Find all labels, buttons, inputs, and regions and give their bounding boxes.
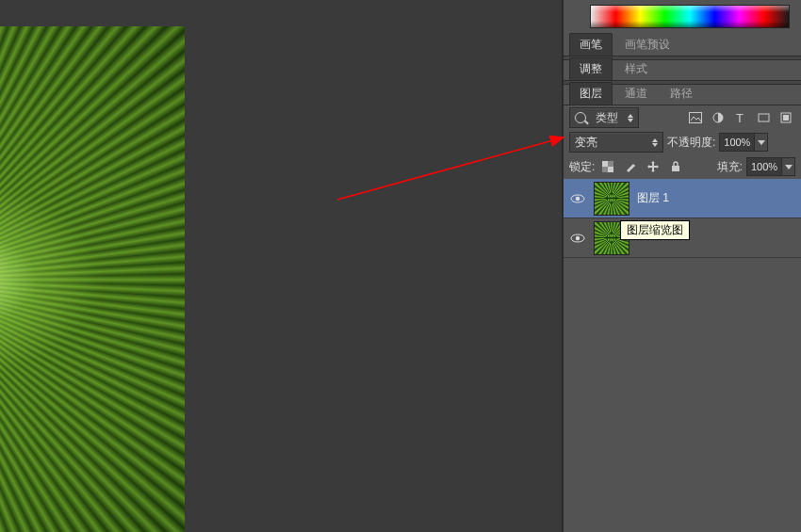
tab-paths[interactable]: 路径 — [660, 82, 703, 105]
tab-brush-presets[interactable]: 画笔预设 — [614, 33, 680, 56]
fill-label: 填充: — [717, 159, 743, 175]
document-canvas[interactable] — [0, 26, 185, 532]
fill-stepper[interactable] — [782, 157, 795, 176]
tab-brush[interactable]: 画笔 — [569, 33, 613, 56]
lock-row: 锁定: 填充: — [564, 154, 801, 179]
svg-rect-10 — [672, 166, 679, 171]
brush-tabbar: 画笔 画笔预设 — [564, 36, 801, 56]
updown-icon — [652, 138, 658, 147]
tab-channels[interactable]: 通道 — [614, 82, 658, 105]
layer-filter-select[interactable]: 类型 — [569, 107, 639, 128]
layer-row[interactable]: 图层缩览图 — [564, 218, 801, 258]
thumbnail-tooltip: 图层缩览图 — [620, 220, 690, 240]
lock-all-icon[interactable] — [666, 157, 685, 176]
adjust-tabbar: 调整 样式 — [564, 60, 801, 81]
filter-shape-icon[interactable] — [754, 108, 773, 127]
layer-thumbnail[interactable] — [594, 182, 629, 216]
lock-brush-icon[interactable] — [621, 157, 640, 176]
visibility-toggle[interactable] — [569, 230, 586, 247]
opacity-stepper[interactable] — [755, 133, 768, 152]
search-icon — [575, 112, 586, 123]
svg-rect-5 — [783, 115, 789, 121]
svg-rect-7 — [608, 167, 613, 172]
opacity-label: 不透明度: — [667, 135, 715, 151]
lock-pixels-icon[interactable] — [598, 157, 617, 176]
svg-rect-8 — [608, 161, 613, 167]
layer-filter-label: 类型 — [596, 110, 618, 126]
tab-layers[interactable]: 图层 — [569, 82, 613, 105]
layer-name: 图层 1 — [637, 190, 669, 206]
eye-icon — [570, 194, 585, 203]
visibility-toggle[interactable] — [569, 190, 586, 207]
annotation-arrow — [330, 132, 575, 207]
tab-styles[interactable]: 样式 — [614, 57, 658, 80]
svg-text:T: T — [736, 112, 744, 123]
svg-rect-9 — [602, 167, 608, 172]
filter-smart-icon[interactable] — [776, 108, 795, 127]
svg-point-14 — [576, 235, 580, 239]
fill-field[interactable] — [746, 157, 795, 176]
svg-rect-3 — [759, 114, 769, 121]
opacity-field[interactable] — [719, 133, 768, 152]
fill-input[interactable] — [746, 157, 782, 176]
color-spectrum[interactable] — [590, 5, 790, 28]
tab-adjust[interactable]: 调整 — [569, 57, 613, 80]
layers-list: 图层 1 图层缩览图 — [564, 179, 801, 258]
blend-mode-value: 变亮 — [575, 135, 597, 151]
opacity-input[interactable] — [719, 133, 755, 152]
blend-row: 变亮 不透明度: — [564, 130, 801, 154]
layers-tabbar: 图层 通道 路径 — [564, 85, 801, 105]
right-panels: 画笔 画笔预设 调整 样式 图层 通道 路径 类型 T 变亮 不透明度: — [563, 0, 801, 532]
filter-adjust-icon[interactable] — [709, 108, 727, 127]
layer-filter-row: 类型 T — [564, 105, 801, 130]
lock-move-icon[interactable] — [644, 157, 662, 176]
svg-rect-0 — [690, 113, 702, 123]
updown-icon — [628, 114, 633, 122]
svg-rect-6 — [602, 161, 608, 167]
eye-icon — [570, 234, 585, 243]
lock-label: 锁定: — [569, 159, 595, 175]
layer-row[interactable]: 图层 1 — [564, 179, 801, 218]
blend-mode-select[interactable]: 变亮 — [569, 132, 663, 153]
svg-line-16 — [337, 137, 564, 200]
filter-image-icon[interactable] — [686, 108, 705, 127]
svg-point-12 — [576, 196, 580, 200]
filter-text-icon[interactable]: T — [731, 108, 750, 127]
